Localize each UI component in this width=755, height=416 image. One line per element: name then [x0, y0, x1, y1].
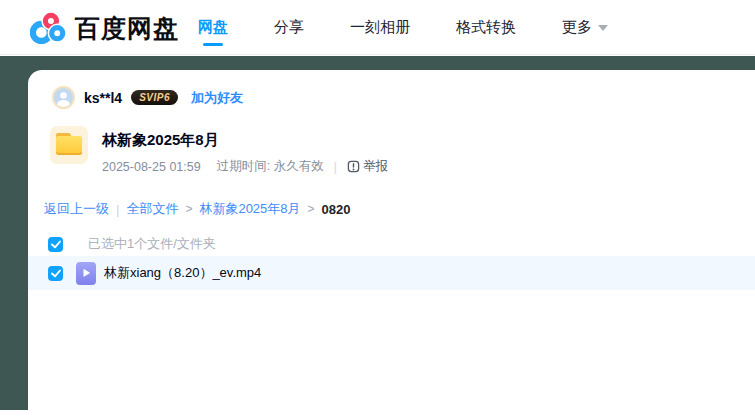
- breadcrumb-back-link[interactable]: 返回上一级: [44, 200, 109, 218]
- check-icon: [51, 240, 61, 249]
- breadcrumb-current: 0820: [322, 202, 351, 217]
- select-all-checkbox[interactable]: [48, 237, 63, 252]
- svip-badge[interactable]: SVIP6: [131, 90, 178, 105]
- breadcrumb-folder-link[interactable]: 林新象2025年8月: [199, 200, 300, 218]
- tab-photo-album-label: 一刻相册: [350, 18, 410, 37]
- file-row[interactable]: 林新xiang（8.20）_ev.mp4: [28, 256, 755, 290]
- tab-photo-album[interactable]: 一刻相册: [350, 0, 410, 54]
- share-folder-header: 林新象2025年8月 2025-08-25 01:59 过期时间: 永久有效 |…: [50, 126, 388, 175]
- chevron-down-icon: [598, 25, 608, 31]
- report-button[interactable]: 举报: [347, 158, 388, 175]
- folder-icon: [50, 126, 88, 164]
- main-nav: 网盘 分享 一刻相册 格式转换 更多: [198, 0, 608, 54]
- top-navbar: 百度网盘 网盘 分享 一刻相册 格式转换 更多: [0, 0, 755, 55]
- tab-netdisk[interactable]: 网盘: [198, 0, 228, 54]
- tab-more-label: 更多: [562, 18, 592, 37]
- selection-count-label: 已选中1个文件/文件夹: [88, 235, 216, 253]
- meta-divider: |: [334, 160, 337, 174]
- cloud-logo-icon: [30, 11, 66, 45]
- breadcrumb-separator: >: [185, 202, 192, 216]
- file-checkbox[interactable]: [48, 266, 63, 281]
- check-icon: [51, 269, 61, 278]
- tab-share[interactable]: 分享: [274, 0, 304, 54]
- tab-share-label: 分享: [274, 18, 304, 37]
- page: 百度网盘 网盘 分享 一刻相册 格式转换 更多: [0, 0, 755, 416]
- file-name[interactable]: 林新xiang（8.20）_ev.mp4: [104, 264, 261, 282]
- tab-format-convert-label: 格式转换: [456, 18, 516, 37]
- breadcrumb-all-files-link[interactable]: 全部文件: [126, 200, 178, 218]
- expire-label: 过期时间: 永久有效: [217, 158, 324, 175]
- breadcrumb: 返回上一级 | 全部文件 > 林新象2025年8月 > 0820: [44, 200, 351, 218]
- logo-text: 百度网盘: [75, 12, 179, 45]
- tab-netdisk-label: 网盘: [198, 18, 228, 37]
- play-icon: [82, 268, 91, 278]
- avatar[interactable]: [52, 86, 75, 109]
- report-icon: [347, 160, 360, 173]
- breadcrumb-pipe: |: [116, 202, 119, 217]
- sharer-info-row: ks**l4 SVIP6 加为好友: [52, 86, 243, 109]
- breadcrumb-separator: >: [308, 202, 315, 216]
- tab-more[interactable]: 更多: [562, 0, 608, 54]
- sharer-username: ks**l4: [84, 90, 122, 106]
- active-tab-underline: [203, 43, 223, 46]
- video-file-icon: [76, 262, 96, 285]
- baidu-netdisk-logo[interactable]: 百度网盘: [30, 9, 179, 47]
- tab-format-convert[interactable]: 格式转换: [456, 0, 516, 54]
- report-label: 举报: [363, 158, 388, 175]
- share-folder-meta: 2025-08-25 01:59 过期时间: 永久有效 | 举报: [102, 158, 388, 175]
- share-folder-title: 林新象2025年8月: [102, 131, 388, 150]
- person-icon: [54, 86, 73, 109]
- share-date: 2025-08-25 01:59: [102, 160, 201, 174]
- share-card: ks**l4 SVIP6 加为好友 林新象2025年8月 2025-08-25 …: [28, 70, 755, 416]
- add-friend-link[interactable]: 加为好友: [191, 89, 243, 107]
